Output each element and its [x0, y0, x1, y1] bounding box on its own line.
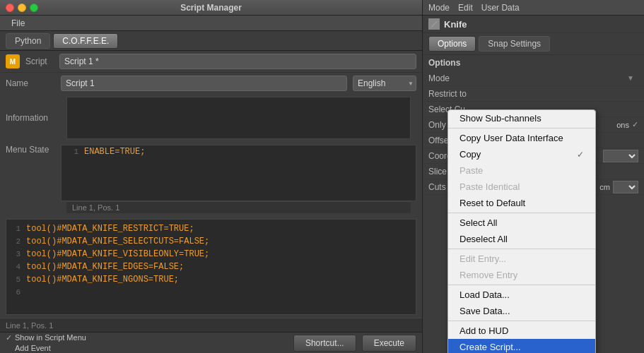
ctx-remove-entry-label: Remove Entry — [459, 270, 517, 280]
window-title: Script Manager — [180, 3, 242, 13]
show-in-script-menu-label: Show in Script Menu — [15, 333, 86, 342]
small-editor-status: Line 1, Pos. 1 — [66, 201, 411, 213]
main-editor[interactable]: 1 tool()#MDATA_KNIFE_RESTRICT=TRUE; 2 to… — [6, 219, 416, 315]
ctx-sep-3 — [448, 249, 595, 249]
main-line-2: 2 tool()#MDATA_KNIFE_SELECTCUTS=FALSE; — [9, 235, 413, 248]
information-area — [66, 97, 411, 139]
cuts-select[interactable] — [613, 181, 638, 193]
ctx-select-all-label: Select All — [459, 217, 497, 228]
code-line-1: 1 ENABLE=TRUE; — [62, 145, 416, 158]
prop-cm-value: cm — [599, 183, 610, 191]
show-in-script-menu-item[interactable]: ✓ Show in Script Menu — [6, 333, 86, 342]
title-bar: Script Manager — [0, 0, 422, 16]
ctx-copy[interactable]: Copy ✓ — [448, 146, 595, 162]
coords-select[interactable] — [603, 150, 638, 162]
main-line-5: 5 tool()#MDATA_KNIFE_NGONS=TRUE; — [9, 273, 413, 286]
ctx-show-sub-label: Show Sub-channels — [459, 113, 541, 124]
right-top-bar: Mode Edit User Data — [423, 0, 644, 16]
add-event-label: Add Event — [15, 344, 51, 352]
bottom-buttons: Shortcut... Execute — [293, 335, 416, 352]
left-panel: Script Manager File Python C.O.F.F.E.E. … — [0, 0, 423, 353]
ctx-reset-label: Reset to Default — [459, 198, 525, 208]
knife-icon — [428, 18, 440, 30]
script-label: Script — [25, 56, 54, 66]
options-tab[interactable]: Options — [428, 36, 476, 52]
ctx-paste-identical[interactable]: Paste Identical — [448, 179, 595, 195]
main-line-3: 3 tool()#MDATA_KNIFE_VISIBLEONLY=TRUE; — [9, 248, 413, 261]
ctx-copy-check: ✓ — [577, 150, 584, 160]
ctx-reset[interactable]: Reset to Default — [448, 195, 595, 211]
tab-bar: Python C.O.F.F.E.E. — [0, 31, 422, 51]
coffee-tab[interactable]: C.O.F.F.E.E. — [53, 33, 118, 49]
ctx-edit-entry-label: Edit Entry... — [459, 253, 506, 264]
add-event-icon: ✓ — [6, 344, 12, 353]
name-row: Name English — [0, 73, 422, 94]
shortcut-button[interactable]: Shortcut... — [293, 335, 356, 352]
main-code-area: 1 tool()#MDATA_KNIFE_RESTRICT=TRUE; 2 to… — [6, 220, 416, 301]
prop-restrict: Restrict to — [423, 86, 644, 102]
ctx-deselect-all[interactable]: Deselect All — [448, 231, 595, 247]
main-line-4: 4 tool()#MDATA_KNIFE_EDGES=FALSE; — [9, 261, 413, 273]
ctx-create-script-label: Create Script... — [459, 342, 521, 352]
ctx-create-script[interactable]: Create Script... — [448, 339, 595, 353]
ctx-save-data-label: Save Data... — [459, 306, 510, 316]
code-text-1: ENABLE=TRUE; — [84, 147, 145, 157]
onlyedge-check: ✓ — [632, 120, 638, 129]
ctx-show-sub[interactable]: Show Sub-channels — [448, 110, 595, 126]
ctx-copy-user-data[interactable]: Copy User Data Interface — [448, 130, 595, 146]
context-menu: Show Sub-channels Copy User Data Interfa… — [447, 109, 596, 353]
menu-state-row: Menu State 1 ENABLE=TRUE; Line 1, Pos. 1 — [0, 142, 422, 216]
right-panel: Mode Edit User Data Knife Options Snap S… — [423, 0, 644, 353]
bottom-bar: ✓ Show in Script Menu ✓ Add Event Shortc… — [0, 332, 422, 353]
user-data-menu[interactable]: User Data — [481, 3, 520, 13]
information-label: Information — [6, 113, 55, 123]
ctx-load-data[interactable]: Load Data... — [448, 287, 595, 303]
ctx-remove-entry[interactable]: Remove Entry — [448, 267, 595, 283]
name-label: Name — [6, 78, 55, 88]
ctx-select-all[interactable]: Select All — [448, 215, 595, 231]
file-menu[interactable]: File — [6, 17, 30, 30]
language-select[interactable]: English — [353, 76, 416, 91]
prop-mode-label: Mode — [428, 73, 627, 83]
ctx-sep-1 — [448, 128, 595, 128]
minimize-button[interactable] — [18, 4, 26, 12]
svg-marker-0 — [431, 20, 438, 28]
edit-menu[interactable]: Edit — [458, 3, 473, 13]
language-wrapper: English — [353, 76, 416, 91]
script-icon: M — [6, 54, 20, 68]
add-event-item[interactable]: ✓ Add Event — [6, 344, 86, 353]
ctx-add-hud-label: Add to HUD — [459, 325, 508, 336]
ctx-save-data[interactable]: Save Data... — [448, 303, 595, 319]
ctx-paste-identical-label: Paste Identical — [459, 181, 520, 192]
main-line-6: 6 — [9, 286, 413, 299]
options-section-label: Options — [423, 55, 644, 71]
ctx-sep-2 — [448, 213, 595, 213]
python-tab[interactable]: Python — [6, 33, 50, 49]
main-line-1: 1 tool()#MDATA_KNIFE_RESTRICT=TRUE; — [9, 222, 413, 235]
script-row: M Script Script 1 * — [0, 51, 422, 73]
execute-button[interactable]: Execute — [362, 335, 416, 352]
close-button[interactable] — [6, 4, 14, 12]
ctx-sep-5 — [448, 321, 595, 321]
knife-title: Knife — [444, 19, 467, 30]
small-code-editor[interactable]: 1 ENABLE=TRUE; — [61, 145, 416, 201]
mode-menu[interactable]: Mode — [428, 3, 450, 13]
information-row: Information — [0, 94, 422, 142]
traffic-lights — [6, 4, 38, 12]
check-icon: ✓ — [6, 333, 12, 342]
name-input[interactable] — [61, 76, 347, 91]
ctx-paste[interactable]: Paste — [448, 162, 595, 179]
ctx-load-data-label: Load Data... — [459, 289, 510, 300]
ctx-edit-entry[interactable]: Edit Entry... — [448, 251, 595, 267]
ctx-copy-label: Copy — [459, 149, 481, 160]
prop-ons-value: ons — [616, 121, 629, 129]
mode-dropdown-arrow[interactable]: ▼ — [627, 74, 634, 82]
ctx-sep-4 — [448, 285, 595, 285]
menu-state-label: Menu State — [6, 145, 55, 155]
ctx-deselect-all-label: Deselect All — [459, 234, 508, 244]
snap-settings-tab[interactable]: Snap Settings — [479, 36, 550, 52]
ctx-add-hud[interactable]: Add to HUD — [448, 323, 595, 339]
script-select[interactable]: Script 1 * — [59, 54, 416, 69]
maximize-button[interactable] — [30, 4, 38, 12]
right-tabs: Options Snap Settings — [423, 33, 644, 55]
